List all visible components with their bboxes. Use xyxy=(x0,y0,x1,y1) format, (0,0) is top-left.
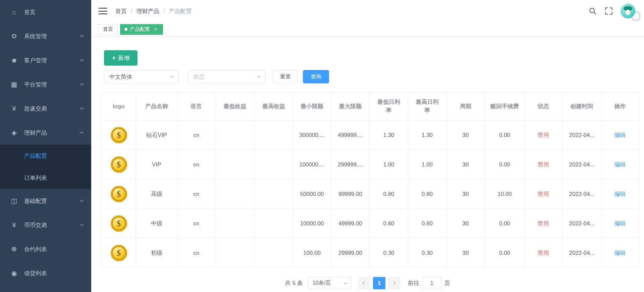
status-badge: 禁用 xyxy=(538,191,549,197)
sidebar-item-finance-products[interactable]: ◈理财产品 xyxy=(0,121,91,145)
sidebar-item-label: 系统管理 xyxy=(24,32,47,40)
min-profit-cell xyxy=(215,238,255,268)
fullscreen-icon[interactable] xyxy=(604,7,613,15)
period-cell: 30 xyxy=(446,179,485,209)
page-size-select[interactable]: 10条/页 xyxy=(308,277,351,289)
gold-coin-icon: $ xyxy=(111,245,127,261)
edit-link[interactable]: 编辑 xyxy=(614,191,626,197)
sidebar-subitem-product-config[interactable]: 产品配置 xyxy=(0,145,91,167)
column-header: 产品名称 xyxy=(136,93,177,121)
sidebar-item-base-config[interactable]: ◫基础配置 xyxy=(0,189,91,213)
sidebar-item-label: 客户管理 xyxy=(24,57,47,64)
action-cell: 编辑 xyxy=(601,150,639,179)
column-header: 操作 xyxy=(601,93,639,121)
column-header: 最低日利率 xyxy=(370,93,408,121)
chevron-down-icon xyxy=(79,81,84,86)
min-limit-cell: 10000.00 xyxy=(293,209,331,238)
sidebar-item-fast-trade[interactable]: ¥急速交易 xyxy=(0,96,91,121)
sidebar: ⌂首页⚙系统管理☻客户管理▦平台管理¥急速交易◈理财产品产品配置订单列表◫基础配… xyxy=(0,0,91,292)
sidebar-item-system-mgmt[interactable]: ⚙系统管理 xyxy=(0,24,91,48)
finance-icon: ◈ xyxy=(9,129,19,137)
sidebar-subitem-order-list[interactable]: 订单列表 xyxy=(0,167,91,189)
redeem-fee-cell: 10.00 xyxy=(485,179,525,209)
min-limit-cell: 100000.... xyxy=(293,150,331,179)
min-daily-rate-cell: 0.80 xyxy=(370,179,408,209)
status-cell: 禁用 xyxy=(525,209,562,238)
pager-pages: 1 xyxy=(372,277,387,289)
sidebar-item-label: 理财产品 xyxy=(24,129,47,137)
sidebar-item-coin-trade[interactable]: ¥币币交易 xyxy=(0,213,91,237)
status-select[interactable]: 状态 xyxy=(188,70,266,83)
page-size-value: 10条/页 xyxy=(313,280,331,287)
page-number-button[interactable]: 1 xyxy=(373,277,385,289)
sidebar-menu: ⌂首页⚙系统管理☻客户管理▦平台管理¥急速交易◈理财产品产品配置订单列表◫基础配… xyxy=(0,0,91,285)
close-icon[interactable]: × xyxy=(153,26,159,32)
tab-product-config[interactable]: 产品配置 × xyxy=(120,24,163,35)
edit-link[interactable]: 编辑 xyxy=(614,250,626,256)
tags-view: 首页 产品配置 × xyxy=(91,22,644,37)
app-root: ⌂首页⚙系统管理☻客户管理▦平台管理¥急速交易◈理财产品产品配置订单列表◫基础配… xyxy=(0,0,644,292)
prev-page-button[interactable] xyxy=(358,277,370,289)
goto-page-input[interactable] xyxy=(422,277,441,289)
table-body: $钻石VIPcn300000....499999....1.301.30300.… xyxy=(102,121,639,268)
gear-icon: ⚙ xyxy=(9,32,19,40)
redeem-fee-cell: 0.00 xyxy=(485,150,525,179)
goto-label: 前往 xyxy=(408,279,419,287)
column-header: 状态 xyxy=(525,93,562,121)
edit-link[interactable]: 编辑 xyxy=(614,132,626,138)
edit-link[interactable]: 编辑 xyxy=(614,161,626,168)
max-limit-cell: 499999.... xyxy=(331,121,370,150)
name-cell: 初级 xyxy=(136,238,177,268)
column-header: 最低收益 xyxy=(215,93,255,121)
tab-label: 产品配置 xyxy=(130,26,150,32)
tab-home[interactable]: 首页 xyxy=(99,24,117,35)
table-row: $中级cn10000.0049999.000.600.60300.00禁用202… xyxy=(102,209,639,238)
min-daily-rate-cell: 1.00 xyxy=(370,150,408,179)
min-profit-cell xyxy=(215,179,255,209)
max-daily-rate-cell: 1.30 xyxy=(408,121,446,150)
logo-cell: $ xyxy=(102,150,136,179)
sidebar-item-contract-list[interactable]: ☸合约列表 xyxy=(0,237,91,261)
period-cell: 30 xyxy=(446,150,485,179)
language-cell: cn xyxy=(177,238,215,268)
created-at-cell: 2022-04... xyxy=(562,150,601,179)
column-header: 最高收益 xyxy=(255,93,293,121)
sidebar-item-label: 借贷列表 xyxy=(24,270,47,277)
action-cell: 编辑 xyxy=(601,238,639,268)
table-row: $高级cn50000.0099999.000.800.803010.00禁用20… xyxy=(102,179,639,209)
status-badge: 禁用 xyxy=(538,220,549,227)
column-header: 赎回手续费 xyxy=(485,93,525,121)
breadcrumb-item: 产品配置 xyxy=(169,7,192,15)
next-page-button[interactable] xyxy=(388,277,400,289)
redeem-fee-cell: 0.00 xyxy=(485,209,525,238)
hamburger-menu-icon[interactable] xyxy=(99,8,107,14)
sidebar-item-loan-list[interactable]: ◉借贷列表 xyxy=(0,261,91,285)
language-cell: cn xyxy=(177,209,215,238)
max-profit-cell xyxy=(255,238,293,268)
breadcrumb-item[interactable]: 理财产品 xyxy=(137,7,159,15)
status-cell: 禁用 xyxy=(525,179,562,209)
name-cell: 高级 xyxy=(136,179,177,209)
max-limit-cell: 299999.... xyxy=(331,150,370,179)
navbar: 首页/理财产品/产品配置 xyxy=(91,0,644,22)
breadcrumb-item[interactable]: 首页 xyxy=(115,7,127,15)
avatar[interactable] xyxy=(621,4,635,18)
table-header-row: logo产品名称语言最低收益最高收益最小限额最大限额最低日利率最高日利率周期赎回… xyxy=(102,93,639,121)
grid-icon: ▦ xyxy=(9,80,19,88)
language-select[interactable]: 中文简体 xyxy=(104,70,179,83)
sidebar-item-home[interactable]: ⌂首页 xyxy=(0,0,91,24)
edit-link[interactable]: 编辑 xyxy=(614,220,626,227)
action-cell: 编辑 xyxy=(601,179,639,209)
search-icon[interactable] xyxy=(588,7,597,15)
chevron-down-icon xyxy=(79,222,84,226)
reset-button[interactable]: 重置 xyxy=(273,70,298,83)
gold-coin-icon: $ xyxy=(111,127,127,143)
sidebar-item-label: 币币交易 xyxy=(24,221,47,229)
query-button[interactable]: 查询 xyxy=(303,70,329,83)
max-limit-cell: 99999.00 xyxy=(331,179,370,209)
period-cell: 30 xyxy=(446,209,485,238)
sidebar-item-customer-mgmt[interactable]: ☻客户管理 xyxy=(0,48,91,72)
add-button[interactable]: + 新增 xyxy=(104,50,138,66)
table-row: $初级cn100.0029999.000.300.30300.00禁用2022-… xyxy=(102,238,639,268)
sidebar-item-platform-mgmt[interactable]: ▦平台管理 xyxy=(0,72,91,96)
